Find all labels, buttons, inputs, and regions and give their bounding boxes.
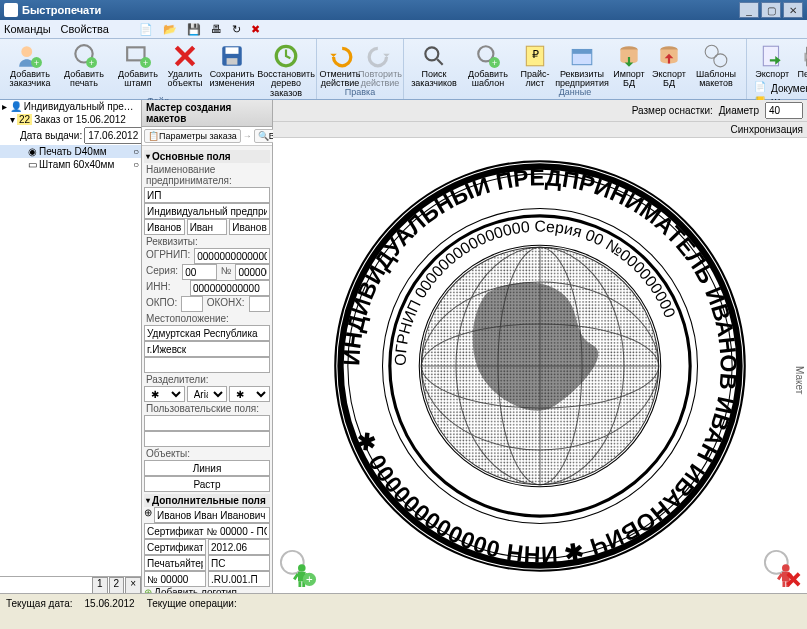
redo-button[interactable]: Повторить действие: [361, 41, 399, 89]
object-raster[interactable]: [144, 476, 270, 492]
stamper-val-input[interactable]: [208, 555, 270, 571]
inn-input[interactable]: [190, 280, 270, 296]
base-size-label: Размер оснастки:: [632, 105, 713, 116]
svg-text:+: +: [89, 58, 94, 68]
tree-tab-2[interactable]: 2: [109, 577, 125, 593]
pricelist-button[interactable]: ₽Прайс-лист: [516, 41, 554, 89]
svg-point-53: [782, 564, 790, 572]
stamp-preview: ИНДИВИДУАЛЬНЫЙ ПРЕДПРИНИМАТЕЛЬ ИВАНОВ ИВ…: [330, 156, 750, 576]
delete-objects-button[interactable]: Удалить объекты: [166, 41, 204, 89]
number-input[interactable]: [235, 264, 270, 280]
company-req-button[interactable]: Реквизиты предприятия: [556, 41, 608, 89]
svg-text:+: +: [492, 58, 497, 68]
menu-properties[interactable]: Свойства: [61, 23, 109, 35]
okon-input[interactable]: [249, 296, 270, 312]
certnum-label-input[interactable]: [144, 571, 206, 587]
minimize-button[interactable]: _: [739, 2, 759, 18]
svg-rect-10: [226, 47, 239, 54]
cert-label-input[interactable]: [144, 539, 206, 555]
search-customers-button[interactable]: Поиск заказчиков: [408, 41, 460, 89]
status-bar: Текущая дата: 15.06.2012 Текущие операци…: [0, 593, 807, 612]
qat-save-icon[interactable]: 💾: [187, 23, 201, 36]
custom-fields-label: Пользовательские поля:: [144, 402, 270, 415]
stamp-canvas[interactable]: Макет: [273, 138, 807, 593]
ribbon-group-data-label: Данные: [559, 87, 592, 97]
name-label: Наименование предпринимателя:: [144, 163, 270, 187]
add-stamp-button[interactable]: +Добавить штамп: [112, 41, 164, 89]
svg-text:+: +: [34, 58, 39, 68]
objects-label: Объекты:: [144, 447, 270, 460]
qat-open-icon[interactable]: 📂: [163, 23, 177, 36]
section-main-fields[interactable]: Основные поля: [144, 150, 270, 163]
wizard-steps: 📋Параметры заказа → 🔍Выбор макета → 🖌Отр…: [142, 127, 272, 146]
undo-button[interactable]: Отменить действие: [321, 41, 359, 89]
preview-panel: Размер оснастки: Диаметр Синхронизация М…: [273, 100, 807, 593]
custom-input[interactable]: [144, 415, 270, 431]
stamper-label-input[interactable]: [144, 555, 206, 571]
restore-tree-button[interactable]: Восстановить дерево заказов: [260, 41, 312, 98]
full-name-input[interactable]: [144, 203, 270, 219]
city-input[interactable]: [144, 341, 270, 357]
date-issue-input[interactable]: [84, 127, 141, 144]
export-button[interactable]: Экспорт: [753, 41, 791, 79]
series-input[interactable]: [182, 264, 217, 280]
qat-print-icon[interactable]: 🖶: [211, 23, 222, 35]
diameter-input[interactable]: [765, 102, 803, 119]
menu-commands[interactable]: Команды: [4, 23, 51, 35]
section-extra-fields[interactable]: Дополнительные поля: [144, 494, 270, 507]
wizard-step-1[interactable]: 📋Параметры заказа: [144, 129, 241, 143]
svg-text:+: +: [306, 573, 313, 585]
cancel-red-icon[interactable]: [763, 549, 801, 587]
documents-menu[interactable]: 📄Документы▾: [754, 81, 807, 95]
status-date-label: Текущая дата:: [6, 598, 73, 609]
font-select[interactable]: Arial: [187, 386, 228, 402]
add-template-button[interactable]: +Добавить шаблон: [462, 41, 514, 89]
cert-date-input[interactable]: [208, 539, 270, 555]
save-changes-button[interactable]: Сохранить изменения: [206, 41, 258, 89]
add-logo-button[interactable]: ⊕Добавить логотип: [144, 587, 270, 593]
svg-point-24: [714, 54, 727, 67]
cert-full-input[interactable]: [144, 523, 270, 539]
tree-tab-1[interactable]: 1: [92, 577, 108, 593]
extra-loc-input[interactable]: [144, 357, 270, 373]
apply-green-icon[interactable]: +: [279, 549, 317, 587]
print-button[interactable]: Печать: [793, 41, 807, 79]
qat-new-icon[interactable]: 📄: [139, 23, 153, 36]
owner-input[interactable]: [154, 507, 270, 523]
export-db-button[interactable]: Экспорт БД: [650, 41, 688, 89]
sep-2-select[interactable]: ✱: [229, 386, 270, 402]
layout-templates-button[interactable]: Шаблоны макетов: [690, 41, 742, 89]
tree-seal-item[interactable]: ◉ Печать D40мм○: [0, 145, 141, 158]
tree-order[interactable]: ▾ 22 Заказ от 15.06.2012: [0, 113, 141, 126]
qat-delete-icon[interactable]: ✖: [251, 23, 260, 36]
okpo-input[interactable]: [181, 296, 202, 312]
svg-point-0: [21, 46, 32, 57]
side-tab-layout[interactable]: Макет: [794, 366, 805, 394]
region-input[interactable]: [144, 325, 270, 341]
middlename-input[interactable]: [229, 219, 270, 235]
tree-tab-close[interactable]: ×: [125, 577, 141, 593]
certnum-val-input[interactable]: [208, 571, 270, 587]
maximize-button[interactable]: ▢: [761, 2, 781, 18]
tree-date-issue: Дата выдачи: Вс: [0, 126, 141, 145]
add-seal-button[interactable]: +Добавить печать: [58, 41, 110, 89]
sync-button[interactable]: Синхронизация: [731, 124, 803, 135]
status-ops-label: Текущие операции:: [147, 598, 237, 609]
add-customer-button[interactable]: +Добавить заказчика: [4, 41, 56, 89]
tree-customer[interactable]: ▸ 👤 Индивидуальный предприниматель Ивано…: [0, 100, 141, 113]
ogrn-input[interactable]: [194, 248, 270, 264]
svg-text:₽: ₽: [532, 48, 539, 60]
import-db-button[interactable]: Импорт БД: [610, 41, 648, 89]
lastname-input[interactable]: [144, 219, 185, 235]
qat-refresh-icon[interactable]: ↻: [232, 23, 241, 36]
firstname-input[interactable]: [187, 219, 228, 235]
object-line[interactable]: [144, 460, 270, 476]
tree-tabs: 1 2 ×: [0, 576, 141, 593]
orders-tree-panel: ▸ 👤 Индивидуальный предприниматель Ивано…: [0, 100, 142, 593]
tree-stamp-item[interactable]: ▭ Штамп 60x40мм○: [0, 158, 141, 171]
diameter-label: Диаметр: [719, 105, 759, 116]
close-button[interactable]: ✕: [783, 2, 803, 18]
sep-1-select[interactable]: ✱: [144, 386, 185, 402]
ip-prefix-input[interactable]: [144, 187, 270, 203]
custom-input-2[interactable]: [144, 431, 270, 447]
